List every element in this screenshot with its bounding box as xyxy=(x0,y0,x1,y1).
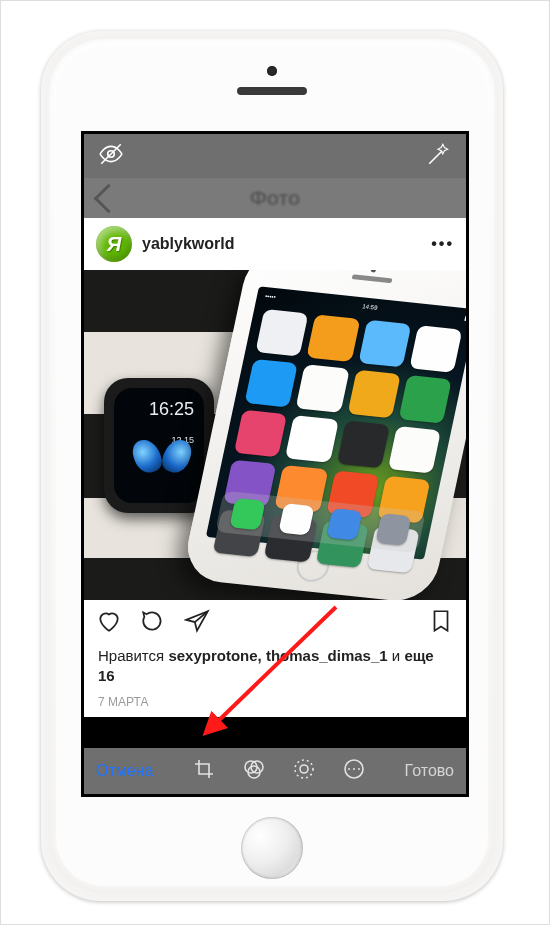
filters-tool-icon[interactable] xyxy=(242,757,266,785)
photo-editor-top-toolbar xyxy=(84,134,466,178)
more-tools-icon[interactable] xyxy=(342,757,366,785)
cancel-button[interactable]: Отмена xyxy=(96,762,153,780)
home-screen-app-icon xyxy=(409,325,462,373)
svg-point-5 xyxy=(300,765,308,773)
home-screen-app-icon xyxy=(388,425,441,473)
home-screen-app-icon xyxy=(234,409,287,457)
avatar[interactable]: Я xyxy=(96,226,132,262)
dock-app-icon xyxy=(230,498,266,530)
post-header: Я yablykworld ••• xyxy=(84,218,466,270)
comment-icon[interactable] xyxy=(140,608,166,638)
earpiece-speaker xyxy=(237,87,307,95)
header-title: Фото xyxy=(250,187,301,210)
post-more-icon[interactable]: ••• xyxy=(431,235,454,253)
post-date: 7 МАРТА xyxy=(98,695,452,709)
watch-butterfly-face xyxy=(132,439,192,485)
photo-apple-watch: 16:25 12 15 xyxy=(104,378,214,513)
svg-point-9 xyxy=(353,768,355,770)
back-chevron-icon[interactable] xyxy=(94,183,124,213)
editor-tools xyxy=(192,757,366,785)
front-camera xyxy=(267,66,277,76)
done-button[interactable]: Готово xyxy=(405,762,454,780)
post-meta: Нравится sexyprotone, thomas_dimas_1 и е… xyxy=(84,646,466,717)
home-screen-app-icon xyxy=(255,309,308,357)
auto-enhance-icon[interactable] xyxy=(426,141,452,171)
like-icon[interactable] xyxy=(96,608,122,638)
phone-screen: Фото Я yablykworld ••• 16:25 12 1 xyxy=(81,131,469,797)
dock-app-icon xyxy=(327,508,363,540)
avatar-letter: Я xyxy=(107,233,122,256)
home-screen-app-icon xyxy=(347,370,400,418)
post-actions-row xyxy=(84,600,466,646)
home-screen-app-icon xyxy=(336,420,389,468)
watch-time: 16:25 xyxy=(149,400,194,418)
illustration-canvas: Фото Я yablykworld ••• 16:25 12 1 xyxy=(0,0,550,925)
crop-rotate-tool-icon[interactable] xyxy=(192,757,216,785)
post-photo[interactable]: 16:25 12 15 •••••14:59▮ xyxy=(84,270,466,600)
dock-app-icon xyxy=(375,513,411,545)
home-screen-app-icon xyxy=(307,314,360,362)
share-icon[interactable] xyxy=(184,608,210,638)
svg-point-10 xyxy=(358,768,360,770)
save-bookmark-icon[interactable] xyxy=(428,608,454,638)
post-author-username[interactable]: yablykworld xyxy=(142,235,234,253)
svg-point-8 xyxy=(348,768,350,770)
home-screen-app-icon xyxy=(398,375,451,423)
home-screen-app-icon xyxy=(296,364,349,412)
home-screen-app-icon xyxy=(358,320,411,368)
home-screen-app-icon xyxy=(245,359,298,407)
iphone-device-frame: Фото Я yablykworld ••• 16:25 12 1 xyxy=(41,31,503,901)
hide-preview-icon[interactable] xyxy=(98,141,124,171)
photos-app-header-blurred: Фото xyxy=(84,178,466,218)
photo-editor-bottom-toolbar: Отмена Готово xyxy=(84,748,466,794)
likes-summary[interactable]: Нравится sexyprotone, thomas_dimas_1 и е… xyxy=(98,646,452,687)
dock-app-icon xyxy=(278,503,314,535)
svg-point-6 xyxy=(295,760,313,778)
home-screen-app-icon xyxy=(285,415,338,463)
home-button[interactable] xyxy=(241,817,303,879)
adjust-light-tool-icon[interactable] xyxy=(292,757,316,785)
